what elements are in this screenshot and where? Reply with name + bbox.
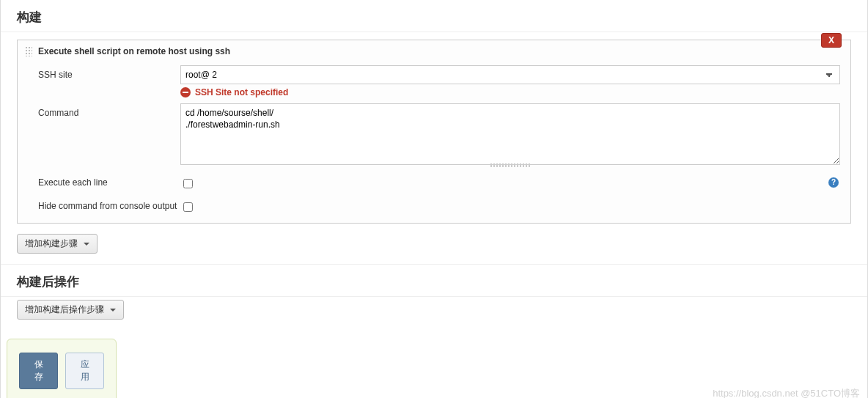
save-button[interactable]: 保存 — [19, 353, 58, 389]
jenkins-job-config-page: 构建 X Execute shell script on remote host… — [0, 0, 868, 398]
label-hide-cmd: Hide command from console output — [38, 196, 180, 211]
remove-step-button[interactable]: X — [821, 33, 842, 48]
label-ssh-site: SSH site — [38, 65, 180, 80]
ssh-site-select[interactable]: root@ 2 — [180, 65, 840, 84]
apply-button[interactable]: 应用 — [65, 353, 104, 389]
chevron-down-icon — [110, 309, 116, 312]
build-step-header[interactable]: Execute shell script on remote host usin… — [18, 40, 850, 62]
chevron-down-icon — [84, 243, 89, 246]
hide-cmd-checkbox[interactable] — [183, 202, 193, 212]
add-build-step-label: 增加构建步骤 — [25, 237, 78, 250]
error-text: SSH Site not specified — [195, 87, 288, 97]
watermark-text: https://blog.csdn.net @51CTO博客 — [713, 387, 860, 398]
label-command: Command — [38, 103, 180, 118]
build-step-title: Execute shell script on remote host usin… — [38, 46, 230, 56]
add-postbuild-step-label: 增加构建后操作步骤 — [25, 303, 104, 316]
error-icon — [180, 87, 191, 97]
drag-handle-icon[interactable] — [25, 46, 32, 56]
save-apply-bar: 保存 应用 — [7, 339, 117, 398]
ssh-site-error: SSH Site not specified — [180, 87, 840, 97]
help-icon[interactable]: ? — [828, 177, 839, 188]
command-textarea[interactable] — [180, 103, 840, 165]
exec-each-line-checkbox[interactable] — [183, 179, 193, 188]
build-section-title: 构建 — [1, 0, 867, 32]
postbuild-section-title: 构建后操作 — [1, 264, 867, 297]
add-postbuild-step-button[interactable]: 增加构建后操作步骤 — [17, 300, 124, 320]
row-exec-each-line: Execute each line ? — [18, 170, 850, 194]
build-section-body: X Execute shell script on remote host us… — [1, 32, 867, 264]
label-exec-each-line: Execute each line — [38, 173, 180, 188]
row-ssh-site: SSH site root@ 2 SSH Site not specified — [18, 62, 850, 100]
resize-grip-icon[interactable] — [490, 163, 530, 167]
build-step-ssh: X Execute shell script on remote host us… — [17, 40, 851, 224]
add-build-step-button[interactable]: 增加构建步骤 — [17, 234, 98, 254]
row-hide-cmd: Hide command from console output — [18, 194, 850, 223]
row-command: Command — [18, 100, 850, 170]
postbuild-section-body: 增加构建后操作步骤 — [1, 297, 867, 333]
